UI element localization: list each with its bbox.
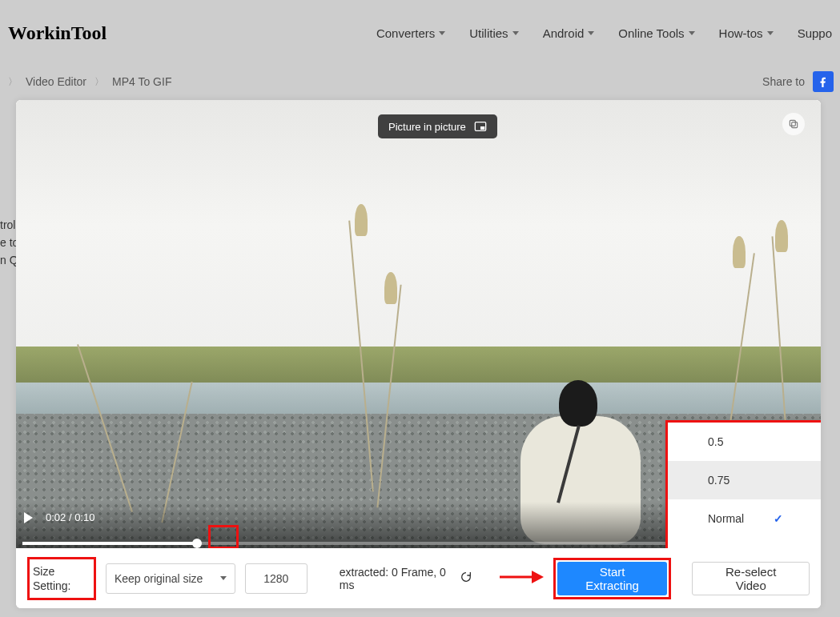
extracted-status: extracted: 0 Frame, 0 ms [340,566,472,591]
speed-option-1_25[interactable]: 1.25 [668,538,821,548]
play-icon[interactable] [24,512,33,523]
video-time: 0:02 / 0:10 [46,511,94,523]
pip-icon [474,120,487,133]
select-value: Keep original size [115,572,203,585]
refresh-icon [460,571,472,583]
breadcrumb-item[interactable]: Video Editor [26,75,86,88]
size-setting-label: Size Setting: [33,565,70,592]
annotation-arrow-icon [500,569,544,588]
refresh-button[interactable] [460,571,472,586]
copy-frames-button[interactable] [782,113,805,135]
width-input[interactable] [245,563,307,594]
svg-rect-1 [480,126,484,130]
breadcrumb-bar: 〉 Video Editor 〉 MP4 To GIF Share to [0,66,840,98]
size-setting-select[interactable]: Keep original size [106,563,235,594]
annotation-highlight: Size Setting: [27,557,96,600]
chevron-down-icon [512,31,519,35]
nav-android[interactable]: Android [543,26,595,40]
chevron-down-icon [767,31,774,35]
playback-speed-menu: 0.5 0.75 Normal✓ 1.25 1.5 [665,420,821,548]
reed-tuft-icon [733,236,746,268]
nav-how-tos[interactable]: How-tos [719,26,774,40]
breadcrumb-item[interactable]: MP4 To GIF [112,75,171,88]
reed-tuft-icon [355,204,368,236]
annotation-highlight [208,525,239,548]
facebook-icon [818,76,829,87]
start-extracting-button[interactable]: Start Extracting [557,562,668,595]
reed-tuft-icon [775,220,788,252]
header: WorkinTool Converters Utilities Android … [0,0,840,66]
nav-label: Converters [376,26,435,40]
chevron-down-icon [220,576,227,580]
picture-in-picture-button[interactable]: Picture in picture [378,114,497,138]
copy-icon [788,118,799,130]
facebook-share-button[interactable] [813,71,834,92]
nav-online-tools[interactable]: Online Tools [618,26,694,40]
speed-option-0_75[interactable]: 0.75 [668,461,821,499]
nav-label: Android [543,26,585,40]
speed-option-0_5[interactable]: 0.5 [668,423,821,461]
logo: WorkinTool [8,22,107,44]
video-progress-fill [22,542,197,545]
footer-toolbar: Size Setting: Keep original size extract… [16,548,821,608]
nav-label: Suppo [798,26,832,40]
check-icon: ✓ [774,512,783,525]
svg-marker-5 [532,571,544,583]
annotation-highlight: Start Extracting [553,558,672,599]
svg-rect-2 [790,120,795,126]
nav-label: Utilities [469,26,508,40]
share-area: Share to [762,71,834,92]
speed-option-normal[interactable]: Normal✓ [668,499,821,538]
svg-rect-3 [792,122,798,128]
reselect-video-button[interactable]: Re-select Video [692,562,810,595]
reed-tuft-icon [384,272,397,304]
chevron-down-icon [689,31,695,35]
nav-utilities[interactable]: Utilities [469,26,518,40]
nav-label: Online Tools [618,26,684,40]
chevron-down-icon [588,31,594,35]
video-progress-thumb[interactable] [192,539,202,548]
nav-support[interactable]: Suppo [798,26,832,40]
nav-label: How-tos [719,26,763,40]
pip-label: Picture in picture [388,121,466,133]
chevron-right-icon: 〉 [94,75,104,89]
chevron-right-icon: 〉 [8,75,18,89]
main-panel: Picture in picture 0:02 / 0:10 0.5 0.75 … [16,100,821,608]
chevron-down-icon [439,31,445,35]
nav-converters[interactable]: Converters [376,26,445,40]
share-to-label: Share to [762,75,805,88]
top-nav: Converters Utilities Android Online Tool… [376,26,832,40]
video-player[interactable]: Picture in picture 0:02 / 0:10 0.5 0.75 … [16,100,821,548]
